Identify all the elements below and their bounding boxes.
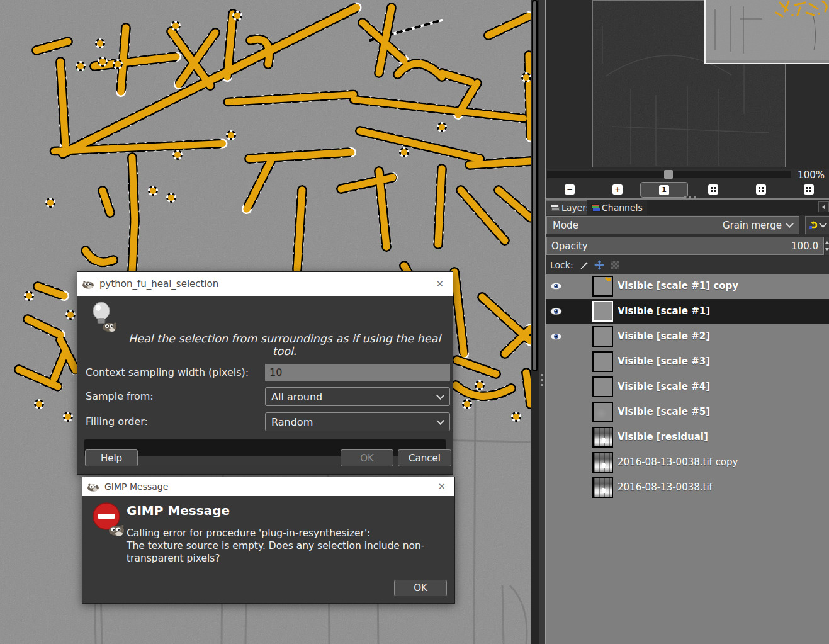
layer-name: Visible [residual]: [618, 431, 708, 443]
zoom-out-button[interactable]: −: [563, 183, 576, 196]
lock-position-button[interactable]: [594, 260, 605, 271]
close-icon[interactable]: ✕: [437, 481, 446, 492]
navigation-view-rectangle[interactable]: [704, 0, 829, 64]
opacity-row: Opacity 100.0: [546, 235, 829, 256]
message-dialog-titlebar[interactable]: GIMP Message ✕: [82, 477, 454, 496]
layer-mode-dropdown[interactable]: Mode Grain merge: [546, 216, 799, 234]
sampling-width-value: 10: [269, 366, 282, 378]
layers-icon: [551, 205, 559, 212]
message-line-1: Calling error for procedure 'plug-in-res…: [127, 528, 370, 539]
opacity-slider[interactable]: Opacity 100.0: [546, 237, 824, 255]
layer-name: Visible [scale #2]: [618, 330, 710, 342]
canvas-vscrollbar[interactable]: [531, 0, 539, 644]
zoom-fit-image-button[interactable]: [707, 183, 719, 196]
mode-group-switch-button[interactable]: [805, 216, 829, 234]
layer-name: Visible [scale #1] copy: [618, 280, 738, 291]
layer-row[interactable]: Visible [scale #1]: [546, 299, 829, 324]
right-dock: 100% − + 1 Layers Ch: [545, 0, 829, 644]
layer-name: 2016-08-13-0038.tif copy: [618, 456, 738, 468]
mode-row: Mode Grain merge: [546, 215, 829, 235]
layer-name: Visible [scale #3]: [618, 356, 710, 367]
eye-icon[interactable]: [550, 307, 562, 315]
layer-list: Visible [scale #1] copyVisible [scale #1…: [546, 274, 829, 500]
close-icon[interactable]: ✕: [436, 278, 444, 290]
eye-icon[interactable]: [550, 332, 562, 341]
heal-dialog-title: python_fu_heal_selection: [99, 278, 218, 290]
wilber-icon: [82, 280, 94, 289]
dock-resize-grip[interactable]: [684, 196, 699, 199]
chevron-down-icon: [436, 417, 444, 425]
ok-button[interactable]: OK: [341, 449, 393, 466]
move-cross-icon: [594, 260, 604, 270]
message-ok-button[interactable]: OK: [394, 580, 447, 596]
error-icon: [91, 501, 127, 538]
lock-alpha-button[interactable]: [610, 260, 621, 271]
chevron-down-icon: [786, 220, 794, 228]
heal-dialog-titlebar[interactable]: python_fu_heal_selection ✕: [77, 272, 453, 296]
zoom-slider-row: 100%: [546, 169, 829, 181]
dock-tabbar: Layers Channels: [546, 200, 829, 215]
sample-from-dropdown[interactable]: All around: [265, 387, 450, 406]
lock-label: Lock:: [550, 260, 573, 270]
layer-row[interactable]: Visible [scale #2]: [546, 324, 829, 349]
lock-pixels-button[interactable]: [578, 260, 589, 271]
layer-row[interactable]: Visible [scale #3]: [546, 349, 829, 375]
navigation-thumbnail[interactable]: [592, 0, 786, 167]
layer-thumbnail[interactable]: [592, 376, 613, 397]
filling-order-dropdown[interactable]: Random: [265, 412, 450, 431]
tab-channels-label: Channels: [602, 203, 643, 213]
message-line-2: The texture source is empty. Does any se…: [127, 540, 425, 551]
mode-label: Mode: [553, 220, 578, 231]
layer-thumbnail[interactable]: [592, 301, 613, 322]
channels-icon: [591, 204, 599, 211]
message-heading: GIMP Message: [127, 503, 230, 518]
message-line-3: transparent pixels?: [127, 553, 220, 564]
layer-name: 2016-08-13-0038.tif: [618, 482, 713, 493]
sampling-width-input[interactable]: 10: [265, 364, 450, 381]
lock-row: Lock:: [546, 256, 829, 274]
cancel-button[interactable]: Cancel: [398, 449, 451, 466]
navigation-buttons: − + 1: [546, 181, 829, 198]
filling-order-value: Random: [271, 416, 313, 428]
layer-row[interactable]: Visible [scale #4]: [546, 375, 829, 400]
zoom-slider-handle[interactable]: [664, 170, 673, 179]
eye-icon[interactable]: [550, 282, 562, 290]
zoom-slider-track[interactable]: [547, 171, 791, 178]
opacity-label: Opacity: [551, 240, 588, 252]
zoom-1to1-button[interactable]: 1: [640, 182, 688, 198]
dock-menu-button[interactable]: [818, 201, 829, 212]
layer-thumbnail[interactable]: [592, 452, 613, 473]
vscrollbar-thumb[interactable]: [532, 0, 538, 371]
layer-thumbnail[interactable]: [592, 477, 613, 498]
layer-row[interactable]: 2016-08-13-0038.tif: [546, 475, 829, 500]
layer-thumbnail[interactable]: [592, 427, 613, 448]
layer-row[interactable]: Visible [residual]: [546, 425, 829, 450]
zoom-percent-label: 100%: [798, 169, 825, 181]
gimp-window: 100% − + 1 Layers Ch: [0, 0, 829, 644]
shrink-wrap-button[interactable]: [803, 183, 815, 196]
mode-value: Grain merge: [723, 220, 782, 231]
layer-row[interactable]: 2016-08-13-0038.tif copy: [546, 450, 829, 475]
zoom-fit-window-button[interactable]: [755, 183, 767, 196]
layer-thumbnail[interactable]: [592, 351, 613, 372]
layer-name: Visible [scale #5]: [618, 406, 710, 417]
wilber-icon: [87, 482, 99, 492]
python-fu-icon: [89, 301, 119, 335]
layer-thumbnail[interactable]: [592, 402, 613, 422]
alpha-checker-icon: [611, 261, 619, 269]
navigation-preview[interactable]: [546, 0, 829, 169]
help-button[interactable]: Help: [85, 449, 138, 466]
layer-row[interactable]: Visible [scale #1] copy: [546, 274, 829, 299]
tab-channels[interactable]: Channels: [587, 200, 647, 215]
layer-thumbnail[interactable]: [592, 326, 613, 347]
sample-from-value: All around: [271, 391, 322, 403]
layer-thumbnail[interactable]: [592, 276, 613, 297]
layer-name: Visible [scale #1]: [618, 305, 710, 317]
heal-dialog-description: Heal the selection from surroundings as …: [119, 332, 450, 358]
layer-row[interactable]: Visible [scale #5]: [546, 400, 829, 425]
chevron-down-icon: [819, 220, 827, 228]
opacity-spinner[interactable]: [825, 237, 829, 255]
sample-from-label: Sample from:: [86, 390, 154, 402]
zoom-in-button[interactable]: +: [611, 183, 624, 196]
heal-selection-dialog: python_fu_heal_selection ✕ Heal the sele…: [77, 271, 453, 475]
